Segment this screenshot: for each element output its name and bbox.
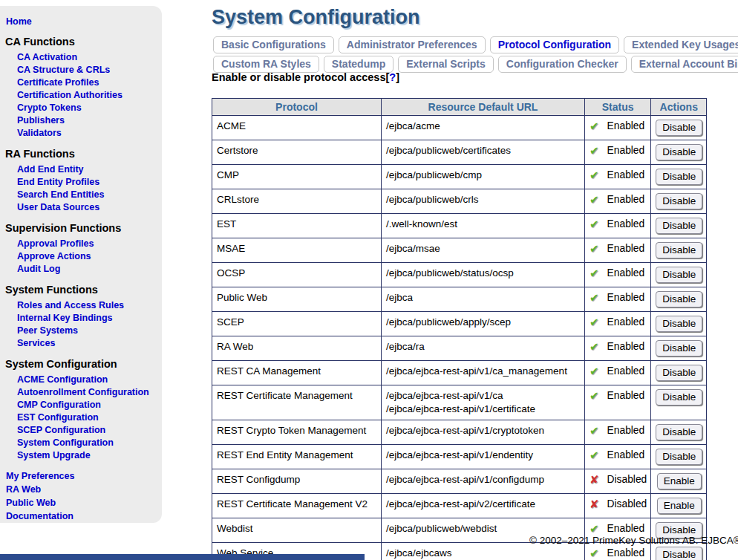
sidebar-section-title-system-functions: System Functions — [5, 284, 162, 296]
disable-button[interactable]: Disable — [656, 169, 702, 185]
disable-button[interactable]: Disable — [656, 242, 702, 258]
tab-row-2: Custom RA StylesStatedumpExternal Script… — [213, 56, 738, 73]
status-wrap: ✔Enabled — [590, 120, 647, 133]
disable-button[interactable]: Disable — [656, 547, 702, 560]
sidebar-item-home[interactable]: Home — [6, 16, 162, 27]
enabled-check-icon: ✔ — [590, 449, 599, 461]
sidebar-item-approve-actions[interactable]: Approve Actions — [17, 250, 162, 263]
status-label: Disabled — [607, 473, 647, 486]
resource-url: /ejbca/publicweb/certificates — [386, 144, 581, 157]
resource-url: /ejbca/ejbca-rest-api/v2/certificate — [386, 498, 581, 511]
sidebar-item-user-data-sources[interactable]: User Data Sources — [17, 201, 162, 214]
table-header-row: Protocol Resource Default URL Status Act… — [212, 99, 707, 116]
status-cell: ✔Enabled — [585, 189, 651, 214]
resource-url: /ejbca/ejbca-rest-api/v1/cryptotoken — [386, 424, 581, 437]
sidebar-item-roles-and-access-rules[interactable]: Roles and Access Rules — [17, 299, 162, 312]
status-wrap: ✔Enabled — [590, 267, 647, 280]
protocol-name-cell: REST End Entity Management — [212, 445, 382, 469]
disable-button[interactable]: Disable — [656, 291, 702, 307]
disable-button[interactable]: Disable — [656, 193, 702, 209]
protocol-name-cell: Certstore — [212, 140, 382, 165]
resource-url: /ejbca/publicweb/cmp — [386, 169, 581, 182]
status-cell: ✔Enabled — [585, 445, 651, 469]
sidebar-item-peer-systems[interactable]: Peer Systems — [17, 325, 162, 337]
sidebar-item-end-entity-profiles[interactable]: End Entity Profiles — [17, 176, 162, 189]
resource-url-cell: /ejbca/ejbca-rest-api/v1/configdump — [382, 469, 585, 494]
tab-bar: Basic ConfigurationsAdministrator Prefer… — [213, 36, 738, 75]
sidebar-item-acme-configuration[interactable]: ACME Configuration — [17, 374, 162, 386]
enable-button[interactable]: Enable — [657, 498, 702, 514]
sidebar-bottom-links: My PreferencesRA WebPublic WebDocumentat… — [0, 469, 162, 523]
sidebar-item-publishers[interactable]: Publishers — [17, 114, 162, 127]
disable-button[interactable]: Disable — [656, 144, 702, 160]
protocol-name-cell: CRLstore — [212, 189, 382, 214]
tab-extended-key-usages[interactable]: Extended Key Usages — [624, 36, 738, 53]
column-header-actions: Actions — [651, 99, 707, 116]
sidebar-item-internal-key-bindings[interactable]: Internal Key Bindings — [17, 312, 162, 325]
resource-url: /ejbca/publicweb/webdist — [386, 522, 581, 535]
disabled-cross-icon: ✘ — [590, 474, 599, 486]
sidebar-item-est-configuration[interactable]: EST Configuration — [17, 411, 162, 424]
status-label: Enabled — [607, 144, 645, 157]
disable-button[interactable]: Disable — [656, 424, 702, 440]
sidebar-item-validators[interactable]: Validators — [17, 127, 162, 140]
sidebar-item-ca-activation[interactable]: CA Activation — [17, 51, 162, 64]
disable-button[interactable]: Disable — [656, 316, 702, 332]
status-label: Enabled — [607, 242, 645, 255]
sidebar-item-my-preferences[interactable]: My Preferences — [6, 469, 162, 483]
disable-button[interactable]: Disable — [656, 218, 702, 234]
status-cell: ✔Enabled — [585, 312, 651, 336]
table-row: CRLstore/ejbca/publicweb/crls✔EnabledDis… — [212, 189, 707, 214]
status-label: Enabled — [607, 193, 645, 206]
tab-external-scripts[interactable]: External Scripts — [398, 56, 494, 73]
sidebar-item-cmp-configuration[interactable]: CMP Configuration — [17, 399, 162, 411]
tab-statedump[interactable]: Statedump — [324, 56, 394, 73]
disable-button[interactable]: Disable — [656, 389, 702, 406]
sidebar-item-ca-structure-crls[interactable]: CA Structure & CRLs — [17, 64, 162, 76]
enabled-check-icon: ✔ — [590, 169, 599, 181]
sidebar-item-autoenrollment-configuration[interactable]: Autoenrollment Configuration — [17, 386, 162, 399]
sidebar-item-documentation[interactable]: Documentation — [6, 509, 162, 523]
sidebar-item-certificate-profiles[interactable]: Certificate Profiles — [17, 76, 162, 89]
tab-custom-ra-styles[interactable]: Custom RA Styles — [213, 56, 319, 73]
status-cell: ✔Enabled — [585, 140, 651, 165]
sidebar-item-scep-configuration[interactable]: SCEP Configuration — [17, 424, 162, 437]
table-row: REST CA Management/ejbca/ejbca-rest-api/… — [212, 361, 707, 385]
sidebar-item-public-web[interactable]: Public Web — [6, 496, 162, 509]
status-wrap: ✔Enabled — [590, 242, 647, 255]
sidebar-item-crypto-tokens[interactable]: Crypto Tokens — [17, 102, 162, 114]
help-link[interactable]: ? — [389, 71, 396, 83]
sidebar-sections: CA FunctionsCA ActivationCA Structure & … — [0, 36, 162, 462]
status-wrap: ✔Enabled — [590, 169, 647, 182]
table-row: REST Certificate Management/ejbca/ejbca-… — [212, 385, 707, 420]
sidebar-item-certification-authorities[interactable]: Certification Authorities — [17, 89, 162, 102]
tab-basic-configurations[interactable]: Basic Configurations — [213, 36, 334, 53]
enable-button[interactable]: Enable — [657, 473, 702, 489]
resource-url: /ejbca/ra — [386, 340, 581, 354]
sidebar-item-ra-web[interactable]: RA Web — [6, 483, 162, 496]
disable-button[interactable]: Disable — [656, 340, 702, 356]
tab-external-account-bindings[interactable]: External Account Bindings — [631, 56, 738, 73]
tab-administrator-preferences[interactable]: Administrator Preferences — [339, 36, 486, 53]
disable-button[interactable]: Disable — [656, 365, 702, 381]
sidebar-item-system-configuration[interactable]: System Configuration — [17, 437, 162, 449]
disable-button[interactable]: Disable — [656, 267, 702, 283]
sidebar-item-search-end-entities[interactable]: Search End Entities — [17, 189, 162, 201]
tab-configuration-checker[interactable]: Configuration Checker — [498, 56, 627, 73]
table-row: Public Web/ejbca✔EnabledDisable — [212, 287, 707, 312]
tab-row-1: Basic ConfigurationsAdministrator Prefer… — [213, 36, 738, 53]
sidebar-item-system-upgrade[interactable]: System Upgrade — [17, 449, 162, 462]
tab-protocol-configuration[interactable]: Protocol Configuration — [490, 36, 619, 53]
sidebar-item-audit-log[interactable]: Audit Log — [17, 263, 162, 276]
status-cell: ✔Enabled — [585, 165, 651, 189]
sidebar-item-approval-profiles[interactable]: Approval Profiles — [17, 238, 162, 250]
table-row: REST Certificate Management V2/ejbca/ejb… — [212, 494, 707, 518]
disable-button[interactable]: Disable — [656, 120, 702, 136]
disabled-cross-icon: ✘ — [590, 498, 599, 510]
protocol-name-cell: REST Certificate Management — [212, 385, 382, 420]
actions-cell: Disable — [651, 336, 707, 361]
table-row: REST End Entity Management/ejbca/ejbca-r… — [212, 445, 707, 469]
sidebar-item-add-end-entity[interactable]: Add End Entity — [17, 163, 162, 176]
disable-button[interactable]: Disable — [656, 449, 702, 465]
sidebar-item-services[interactable]: Services — [17, 337, 162, 350]
